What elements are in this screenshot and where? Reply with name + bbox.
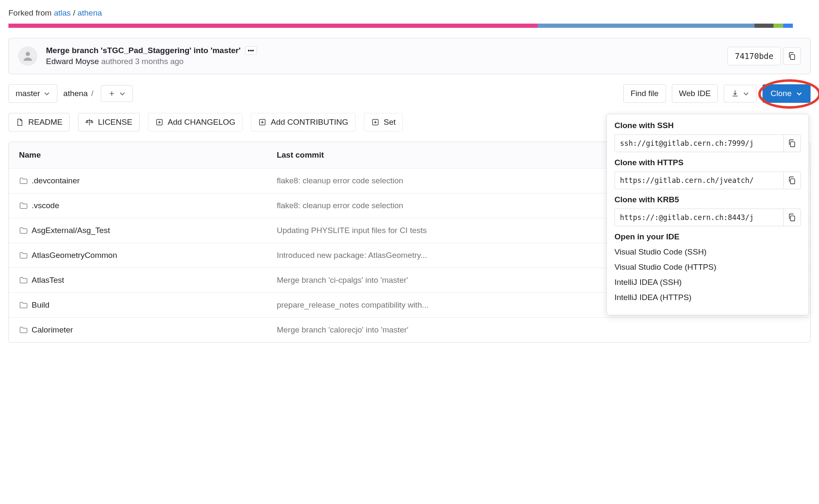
clone-https-label: Clone with HTTPS — [614, 158, 801, 167]
download-icon — [731, 89, 739, 98]
plus-icon — [108, 90, 116, 97]
language-bar — [8, 24, 811, 28]
file-name: AtlasTest — [32, 276, 64, 285]
file-name: AsgExternal/Asg_Test — [32, 226, 110, 235]
chevron-down-icon — [119, 90, 126, 97]
clone-krb5-input[interactable] — [614, 209, 783, 226]
commit-author-line: Edward Moyse authored 3 months ago — [46, 57, 719, 66]
clone-ssh-input[interactable] — [614, 134, 783, 152]
table-row[interactable]: CalorimeterMerge branch 'calorecjo' into… — [9, 318, 810, 342]
copy-icon — [787, 139, 797, 148]
branch-selector[interactable]: master — [8, 84, 57, 103]
file-name: AtlasGeometryCommon — [32, 251, 117, 260]
folder-icon — [19, 326, 27, 334]
copy-icon — [787, 213, 797, 222]
set-chip-partial[interactable]: Set — [364, 113, 403, 131]
copy-icon — [787, 51, 797, 61]
chevron-down-icon — [796, 90, 803, 97]
breadcrumb: athena / — [63, 89, 95, 98]
add-changelog-chip[interactable]: Add CHANGELOG — [148, 113, 243, 131]
file-icon — [16, 118, 24, 126]
ide-option[interactable]: IntelliJ IDEA (SSH) — [614, 278, 801, 287]
svg-rect-2 — [790, 142, 795, 147]
clone-button[interactable]: Clone — [762, 84, 811, 103]
copy-ssh-button[interactable] — [783, 134, 801, 152]
plus-box-icon — [258, 118, 267, 126]
ide-options-list: Visual Studio Code (SSH) Visual Studio C… — [614, 246, 801, 302]
plus-box-icon — [155, 118, 164, 126]
column-header-name: Name — [19, 150, 277, 160]
license-chip[interactable]: LICENSE — [78, 113, 139, 131]
file-name: Build — [32, 300, 49, 310]
ide-option[interactable]: Visual Studio Code (HTTPS) — [614, 263, 801, 272]
svg-rect-1 — [790, 54, 795, 59]
ide-option[interactable]: Visual Studio Code (SSH) — [614, 247, 801, 257]
copy-krb5-button[interactable] — [783, 209, 801, 226]
commit-more-button[interactable]: ••• — [245, 46, 257, 55]
clone-dropdown: Clone with SSH Clone with HTTPS Clone wi… — [606, 114, 809, 315]
file-name: .devcontainer — [32, 176, 80, 185]
commit-sha[interactable]: 74170bde — [727, 47, 781, 65]
svg-point-0 — [26, 52, 30, 56]
folder-icon — [19, 226, 27, 235]
clone-ssh-label: Clone with SSH — [614, 121, 801, 130]
folder-icon — [19, 276, 27, 284]
last-commit-message: Merge branch 'calorecjo' into 'master' — [277, 325, 800, 335]
open-ide-label: Open in your IDE — [614, 232, 801, 241]
find-file-button[interactable]: Find file — [623, 84, 666, 103]
folder-icon — [19, 301, 27, 309]
folder-icon — [19, 177, 27, 185]
add-contributing-chip[interactable]: Add CONTRIBUTING — [251, 113, 356, 131]
add-dropdown-button[interactable] — [101, 85, 133, 102]
ide-option[interactable]: IntelliJ IDEA (HTTPS) — [614, 293, 801, 302]
web-ide-button[interactable]: Web IDE — [672, 84, 718, 103]
clone-https-input[interactable] — [614, 172, 783, 189]
copy-icon — [787, 176, 797, 185]
forked-from-text: Forked from atlas / athena — [8, 8, 811, 18]
avatar — [18, 46, 38, 66]
file-name: .vscode — [32, 201, 59, 210]
svg-rect-4 — [790, 216, 795, 221]
chevron-down-icon — [743, 90, 749, 97]
file-name: Calorimeter — [32, 325, 73, 335]
commit-title: Merge branch 'sTGC_Pad_Staggering' into … — [46, 46, 719, 55]
readme-chip[interactable]: README — [8, 113, 70, 131]
breadcrumb-root[interactable]: athena — [63, 89, 88, 98]
clone-krb5-label: Clone with KRB5 — [614, 195, 801, 204]
last-commit-card: Merge branch 'sTGC_Pad_Staggering' into … — [8, 38, 811, 74]
forked-from-group-link[interactable]: atlas — [54, 8, 71, 17]
copy-sha-button[interactable] — [783, 47, 801, 65]
download-dropdown-button[interactable] — [724, 85, 757, 102]
scales-icon — [85, 118, 94, 126]
folder-icon — [19, 251, 27, 260]
svg-rect-3 — [790, 179, 795, 184]
chevron-down-icon — [43, 90, 50, 97]
folder-icon — [19, 201, 27, 210]
toolbar: master athena / Find file Web IDE Clone — [8, 84, 811, 103]
plus-box-icon — [371, 118, 380, 126]
copy-https-button[interactable] — [783, 172, 801, 189]
forked-from-project-link[interactable]: athena — [78, 8, 102, 17]
